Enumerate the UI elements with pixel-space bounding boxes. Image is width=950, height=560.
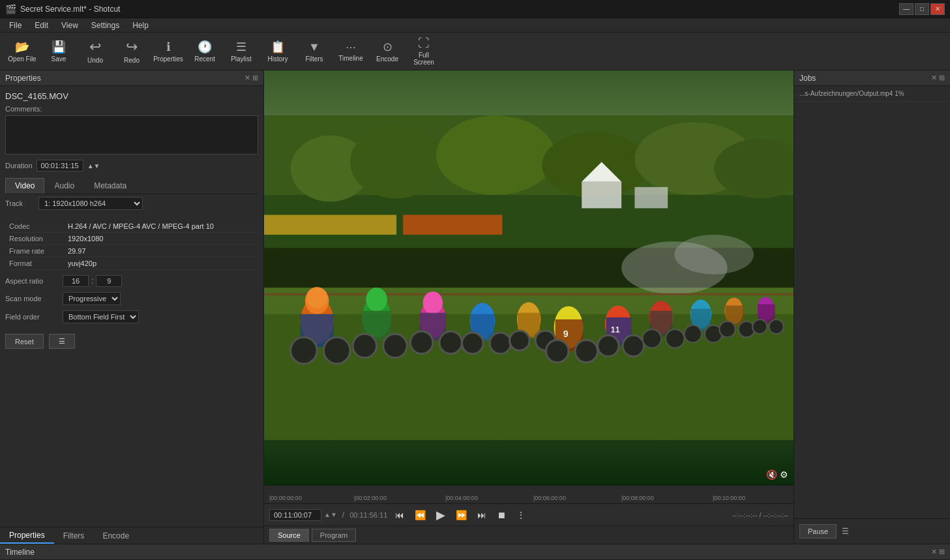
properties-icon: ℹ bbox=[166, 40, 171, 54]
playback-controls: ▲▼ / 00:11:56:11 ⏮ ⏪ ▶ ⏩ ⏭ ⏹ ⋮ --:--:--:… bbox=[264, 503, 794, 525]
aspect-height-input[interactable] bbox=[96, 275, 122, 287]
menu-help[interactable]: Help bbox=[126, 20, 155, 31]
undo-button[interactable]: ↩ Undo bbox=[78, 35, 112, 68]
timeline-label: Timeline bbox=[338, 55, 363, 62]
aspect-ratio-row: Aspect ratio : bbox=[5, 275, 258, 287]
filters-button[interactable]: ▼ Filters bbox=[297, 35, 331, 68]
app-icon: 🎬 bbox=[5, 4, 16, 14]
encode-button[interactable]: ⊙ Encode bbox=[370, 35, 404, 68]
history-label: History bbox=[267, 55, 288, 63]
scan-select[interactable]: Progressive bbox=[63, 292, 121, 305]
recent-button[interactable]: 🕐 Recent bbox=[188, 35, 222, 68]
properties-header-controls: ✕ ⊞ bbox=[245, 74, 258, 82]
timeline-title: Timeline bbox=[5, 548, 35, 557]
comments-label: Comments: bbox=[5, 105, 258, 113]
svg-point-59 bbox=[685, 325, 702, 342]
svg-point-24 bbox=[323, 337, 350, 364]
playlist-icon: ☰ bbox=[236, 40, 246, 54]
bottom-tab-properties[interactable]: Properties bbox=[0, 528, 54, 544]
properties-button[interactable]: ℹ Properties bbox=[151, 35, 185, 68]
ruler-mark-0: |00:00:00:00 bbox=[269, 495, 302, 501]
bottom-tab-encode[interactable]: Encode bbox=[93, 529, 138, 543]
ruler-mark-4: |00:08:00:00 bbox=[621, 495, 654, 501]
track-select[interactable]: 1: 1920x1080 h264 bbox=[38, 197, 143, 210]
menu-edit[interactable]: Edit bbox=[28, 20, 55, 31]
playlist-button[interactable]: ☰ Playlist bbox=[224, 35, 258, 68]
resolution-label: Resolution bbox=[5, 233, 64, 245]
play-button[interactable]: ▶ bbox=[434, 507, 448, 523]
svg-point-23 bbox=[291, 337, 318, 364]
scan-mode-row: Scan mode Progressive bbox=[5, 292, 258, 305]
jobs-header: Jobs ✕ ⊞ bbox=[794, 70, 950, 86]
duration-spinner[interactable]: ▲▼ bbox=[87, 162, 100, 169]
encode-icon: ⊙ bbox=[383, 40, 393, 54]
video-preview[interactable]: 9 11 bbox=[264, 70, 794, 485]
skip-end-button[interactable]: ⏭ bbox=[475, 508, 489, 522]
tab-audio[interactable]: Audio bbox=[44, 178, 84, 194]
minimize-button[interactable]: — bbox=[899, 3, 913, 15]
framerate-value: 29.97 bbox=[64, 245, 258, 258]
time-spinner[interactable]: ▲▼ bbox=[324, 511, 337, 518]
source-tab[interactable]: Source bbox=[269, 529, 309, 542]
rewind-button[interactable]: ⏪ bbox=[412, 508, 428, 522]
recent-label: Recent bbox=[194, 55, 215, 63]
tab-metadata[interactable]: Metadata bbox=[84, 178, 136, 194]
program-tab[interactable]: Program bbox=[312, 529, 356, 542]
format-label: Format bbox=[5, 258, 64, 270]
video-overlay-icons: 🔇 ⚙ bbox=[766, 469, 788, 480]
in-point-button[interactable]: ⋮ bbox=[514, 508, 528, 522]
svg-point-38 bbox=[490, 332, 511, 353]
history-button[interactable]: 📋 History bbox=[261, 35, 295, 68]
ruler-mark-1: |00:02:00:00 bbox=[354, 495, 387, 501]
svg-point-52 bbox=[623, 335, 644, 356]
fullscreen-button[interactable]: ⛶ Full Screen bbox=[407, 35, 441, 68]
prop-menu-button[interactable]: ☰ bbox=[49, 334, 75, 349]
menu-file[interactable]: File bbox=[3, 20, 28, 31]
timeline-button[interactable]: ⋯ Timeline bbox=[334, 35, 368, 68]
format-value: yuvj420p bbox=[64, 258, 258, 270]
ruler-mark-2: |00:04:00:00 bbox=[445, 495, 478, 501]
aspect-width-input[interactable] bbox=[63, 275, 89, 287]
volume-icon[interactable]: 🔇 bbox=[766, 469, 777, 480]
undo-icon: ↩ bbox=[89, 38, 101, 55]
open-file-button[interactable]: 📂 Open File bbox=[5, 35, 39, 68]
svg-point-47 bbox=[575, 340, 598, 362]
jobs-header-controls: ✕ ⊞ bbox=[931, 74, 945, 82]
svg-point-5 bbox=[436, 115, 556, 195]
redo-button[interactable]: ↪ Redo bbox=[115, 35, 149, 68]
redo-label: Redo bbox=[124, 57, 140, 64]
stop-button[interactable]: ⏹ bbox=[494, 508, 509, 522]
menu-view[interactable]: View bbox=[55, 20, 85, 31]
jobs-menu-icon[interactable]: ☰ bbox=[842, 527, 849, 536]
source-program-bar: Source Program bbox=[264, 525, 794, 544]
settings-icon[interactable]: ⚙ bbox=[780, 469, 788, 480]
bottom-tab-filters[interactable]: Filters bbox=[54, 529, 94, 543]
svg-point-33 bbox=[410, 331, 433, 354]
maximize-button[interactable]: □ bbox=[915, 3, 929, 15]
comments-box[interactable] bbox=[5, 115, 258, 155]
skip-start-button[interactable]: ⏮ bbox=[393, 508, 407, 522]
fullscreen-label: Full Screen bbox=[408, 52, 439, 66]
fast-forward-button[interactable]: ⏩ bbox=[453, 508, 469, 522]
recent-icon: 🕐 bbox=[198, 40, 212, 54]
svg-rect-12 bbox=[264, 215, 396, 235]
duration-value: 00:01:31:15 bbox=[37, 160, 83, 171]
redo-icon: ↪ bbox=[126, 38, 138, 55]
svg-point-68 bbox=[769, 319, 783, 334]
save-button[interactable]: 💾 Save bbox=[42, 35, 76, 68]
tab-video[interactable]: Video bbox=[5, 178, 44, 194]
resolution-value: 1920x1080 bbox=[64, 233, 258, 245]
pause-button[interactable]: Pause bbox=[799, 524, 837, 538]
close-button[interactable]: ✕ bbox=[930, 3, 945, 15]
field-select[interactable]: Bottom Field First bbox=[63, 310, 139, 323]
current-time-input[interactable] bbox=[269, 509, 321, 521]
svg-point-22 bbox=[306, 287, 327, 308]
bottom-tabs: Properties Filters Encode bbox=[0, 527, 263, 544]
svg-point-46 bbox=[546, 340, 569, 362]
menu-settings[interactable]: Settings bbox=[85, 20, 126, 31]
save-icon: 💾 bbox=[52, 40, 66, 54]
svg-point-28 bbox=[353, 334, 377, 358]
pause-bar: Pause ☰ bbox=[794, 518, 950, 544]
reset-button[interactable]: Reset bbox=[5, 334, 44, 349]
properties-header: Properties ✕ ⊞ bbox=[0, 70, 263, 86]
